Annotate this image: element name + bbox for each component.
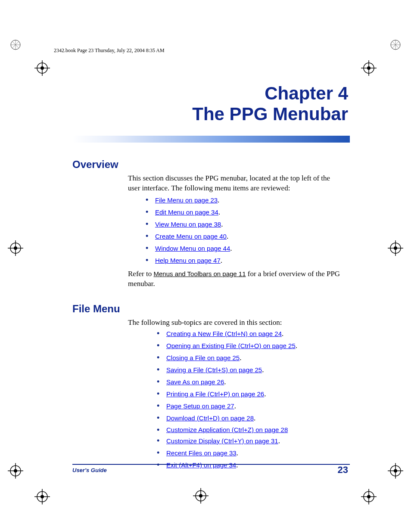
footer-guide-label: User's Guide [72,467,107,473]
svg-point-21 [14,469,17,473]
link-menus-toolbars[interactable]: Menus and Toolbars on page 11 [153,270,246,277]
crop-mark-icon [388,37,403,53]
crop-mark-icon [8,463,23,479]
chapter-title: Chapter 4 The PPG Menubar [192,84,348,124]
list-item: Closing a File on page 25. [157,354,297,362]
period: . [282,330,283,338]
link-saving-file[interactable]: Saving a File (Ctrl+S) on page 25 [166,366,262,373]
file-menu-intro: The following sub-topics are covered in … [128,318,343,328]
list-item: Printing a File (Ctrl+P) on page 26. [157,390,297,398]
crop-mark-icon [34,60,50,76]
period: . [240,354,241,362]
link-help-menu[interactable]: Help Menu on page 47 [155,257,221,264]
list-item: Page Setup on page 27. [157,402,297,411]
list-item: Opening an Existing File (Ctrl+O) on pag… [157,342,297,350]
overview-menu-list: File Menu on page 23. Edit Menu on page … [146,196,232,268]
list-item: Customize Application (Ctrl+Z) on page 2… [157,426,297,433]
period: . [227,232,228,240]
list-item: Download (Ctrl+D) on page 28. [157,414,297,423]
period: . [237,449,238,457]
overview-intro: This section discusses the PPG menubar, … [128,174,343,193]
link-view-menu[interactable]: View Menu on page 38 [155,221,221,228]
list-item: Edit Menu on page 34. [146,208,232,217]
period: . [234,402,236,410]
svg-point-25 [394,469,397,473]
period: . [221,220,223,228]
period: . [262,366,264,374]
print-header-note: 2342.book Page 23 Thursday, July 22, 200… [54,47,165,54]
link-edit-menu[interactable]: Edit Menu on page 34 [155,208,218,216]
period: . [254,414,255,422]
crop-mark-icon [388,463,403,479]
overview-trailer: Refer to Menus and Toolbars on page 11 f… [128,269,352,289]
period: . [221,256,222,264]
crop-mark-icon [34,489,50,504]
trailer-pre: Refer to [128,270,153,278]
overview-heading: Overview [72,159,118,171]
chapter-name: The PPG Menubar [192,105,348,124]
svg-point-13 [14,246,17,250]
link-save-as[interactable]: Save As on page 26 [166,378,224,386]
crop-mark-icon [8,240,23,256]
list-item: Saving a File (Ctrl+S) on page 25. [157,366,297,374]
list-item: Window Menu on page 44. [146,244,232,253]
period: . [218,208,220,216]
crop-mark-icon [193,488,209,504]
list-item: Help Menu on page 47. [146,256,232,265]
period: . [296,342,297,350]
svg-point-41 [367,495,371,498]
crop-mark-icon [361,60,377,76]
list-item: Exit (Alt+F4) on page 34. [157,461,297,470]
link-page-setup[interactable]: Page Setup on page 27 [166,402,234,410]
period: . [224,378,226,386]
crop-mark-icon [361,489,377,504]
period: . [278,437,280,445]
link-exit[interactable]: Exit (Alt+F4) on page 34 [166,461,236,469]
list-item: Recent Files on page 33. [157,449,297,457]
page-container: 2342.book Page 23 Thursday, July 22, 200… [0,0,411,532]
link-opening-existing-file[interactable]: Opening an Existing File (Ctrl+O) on pag… [166,342,296,349]
svg-point-37 [40,495,44,498]
footer-page-number: 23 [338,464,348,476]
link-creating-new-file[interactable]: Creating a New File (Ctrl+N) on page 24 [166,330,282,337]
link-printing-file[interactable]: Printing a File (Ctrl+P) on page 26 [166,390,264,398]
chapter-divider [72,136,350,143]
file-menu-heading: File Menu [72,303,120,315]
period: . [230,244,232,252]
list-item: Save As on page 26. [157,378,297,386]
list-item: View Menu on page 38. [146,220,232,229]
link-create-menu[interactable]: Create Menu on page 40 [155,233,227,240]
period: . [264,390,266,398]
period: . [236,461,238,469]
file-menu-subtopics-list: Creating a New File (Ctrl+N) on page 24.… [157,330,297,473]
link-window-menu[interactable]: Window Menu on page 44 [155,245,230,252]
link-customize-display[interactable]: Customize Display (Ctrl+Y) on page 31 [166,437,278,445]
crop-mark-icon [388,240,403,256]
link-file-menu[interactable]: File Menu on page 23 [155,196,218,204]
link-recent-files[interactable]: Recent Files on page 33 [166,449,237,457]
svg-point-17 [394,246,397,250]
list-item: Customize Display (Ctrl+Y) on page 31. [157,437,297,445]
svg-point-45 [199,494,202,498]
link-customize-application[interactable]: Customize Application (Ctrl+Z) on page 2… [166,426,288,433]
link-download[interactable]: Download (Ctrl+D) on page 28 [166,414,254,422]
link-closing-file[interactable]: Closing a File on page 25 [166,354,240,361]
svg-point-33 [367,66,371,70]
chapter-number: Chapter 4 [192,84,348,103]
crop-mark-icon [8,37,23,53]
period: . [218,196,219,204]
svg-point-29 [40,66,44,70]
footer-divider [72,464,350,465]
list-item: File Menu on page 23. [146,196,232,205]
list-item: Create Menu on page 40. [146,232,232,241]
list-item: Creating a New File (Ctrl+N) on page 24. [157,330,297,338]
